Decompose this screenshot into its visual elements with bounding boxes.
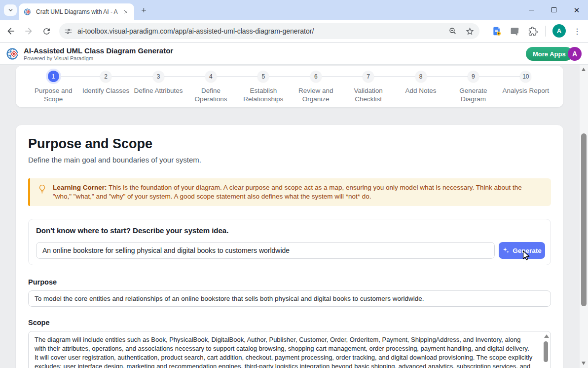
scope-scroll-thumb[interactable] [544,341,548,362]
stepper-step-8[interactable]: 8Add Notes [395,71,447,103]
tab-close-icon[interactable] [121,7,130,16]
forward-button[interactable] [22,24,36,38]
stepper-steps: 1Purpose and Scope2Identify Classes3Defi… [27,71,552,103]
site-settings-icon[interactable] [64,27,73,36]
step-track: 2 [79,71,132,82]
feedback-chat-icon[interactable] [508,24,521,38]
browser-menu-icon[interactable]: ⋮ [570,24,584,38]
step-connector [447,76,468,77]
step-track: 5 [237,71,290,82]
step-number: 10 [520,71,531,82]
step-number: 2 [100,71,111,82]
step-number: 9 [468,71,479,82]
zoom-out-icon[interactable] [448,26,458,36]
step-connector [184,76,205,77]
scope-text: The diagram will include entities such a… [35,335,534,368]
stepper-step-1[interactable]: 1Purpose and Scope [27,71,79,103]
extensions-icon[interactable] [526,24,540,38]
step-label: Define Operations [185,86,236,103]
favicon-visual-paradigm-icon [24,8,32,16]
step-number: 4 [205,71,217,82]
stepper-step-6[interactable]: 6Review and Organize [290,71,342,103]
lightbulb-icon [37,184,47,195]
system-idea-input[interactable] [36,242,495,259]
window-maximize-button[interactable] [543,0,565,20]
page-title: Purpose and Scope [28,136,152,152]
more-apps-button[interactable]: More Apps [526,47,573,61]
learning-corner-text: Learning Corner: This is the foundation … [53,183,542,201]
docs-offline-icon[interactable] [490,24,504,38]
purpose-label: Purpose [28,278,57,286]
app-user-avatar[interactable]: A [568,47,582,61]
new-tab-button[interactable] [139,5,148,15]
learning-corner-banner: Learning Corner: This is the foundation … [28,178,551,206]
stepper: 1Purpose and Scope2Identify Classes3Defi… [16,66,563,107]
step-track: 9 [447,71,499,82]
page-scrollbar[interactable] [580,65,588,368]
step-track: 4 [184,71,237,82]
url-text[interactable]: ai-toolbox.visual-paradigm.com/app/ai-as… [77,27,314,35]
step-connector [374,76,395,77]
window-close-button[interactable]: ✕ [565,0,588,20]
main-panel: Purpose and Scope Define the main goal a… [16,125,563,368]
step-connector [290,76,310,77]
browser-profile-avatar[interactable]: A [552,24,566,38]
back-button[interactable] [4,24,18,38]
tab-search-button[interactable] [4,4,17,16]
reload-button[interactable] [39,24,53,38]
forward-arrow-icon [24,26,34,36]
step-number: 1 [48,71,59,82]
purpose-input[interactable] [28,290,551,307]
scope-label: Scope [28,319,50,327]
app-header: AI-Assisted UML Class Diagram Generator … [0,43,588,65]
step-label: Add Notes [405,86,437,95]
step-connector [132,76,153,77]
powered-by: Powered by Visual Paradigm [24,55,93,61]
step-track: 7 [342,71,394,82]
learning-corner-label: Learning Corner: [53,184,107,191]
scope-textarea[interactable]: The diagram will include entities such a… [28,331,551,368]
step-number: 8 [415,71,427,82]
browser-window: Craft UML Diagrams with AI - A ✕ ai-tool… [0,0,588,368]
stepper-step-7[interactable]: 7Validation Checklist [342,71,394,103]
step-label: Purpose and Scope [28,86,79,103]
step-connector [395,76,415,77]
step-label: Validation Checklist [343,86,394,103]
step-track: 10 [500,71,552,82]
generate-button[interactable]: Generate [499,242,545,259]
step-connector [479,76,500,77]
stepper-step-10[interactable]: 10Analysis Report [500,71,552,103]
app-title: AI-Assisted UML Class Diagram Generator [24,46,173,55]
step-connector [164,76,185,77]
stepper-step-9[interactable]: 9Generate Diagram [447,71,499,103]
sparkles-icon [502,247,510,254]
url-bar[interactable]: ai-toolbox.visual-paradigm.com/app/ai-as… [59,23,479,39]
stepper-step-3[interactable]: 3Define Attributes [132,71,184,103]
step-number: 7 [363,71,374,82]
step-connector [237,76,258,77]
system-idea-title: Don't know where to start? Describe your… [36,226,228,235]
scope-scrollbar[interactable] [543,333,549,368]
visual-paradigm-link[interactable]: Visual Paradigm [54,55,93,61]
stepper-step-4[interactable]: 4Define Operations [184,71,237,103]
scroll-down-icon[interactable] [582,362,586,365]
step-connector [269,76,290,77]
generate-label: Generate [513,247,542,254]
window-minimize-button[interactable] [520,0,543,20]
step-track: 3 [132,71,184,82]
browser-tab[interactable]: Craft UML Diagrams with AI - A [19,3,134,20]
bookmark-star-icon[interactable] [465,26,475,36]
window-controls: ✕ [520,0,588,20]
step-connector [111,76,132,77]
step-connector [342,76,363,77]
scope-scroll-up-icon[interactable] [544,334,549,338]
step-connector [79,76,100,77]
page-subtitle: Define the main goal and boundaries of y… [28,156,201,164]
step-track: 6 [290,71,342,82]
stepper-step-2[interactable]: 2Identify Classes [79,71,132,103]
step-connector [59,76,80,77]
stepper-step-5[interactable]: 5Establish Relationships [237,71,290,103]
step-connector [217,76,237,77]
scroll-thumb[interactable] [581,133,587,306]
scroll-up-icon[interactable] [582,68,586,71]
